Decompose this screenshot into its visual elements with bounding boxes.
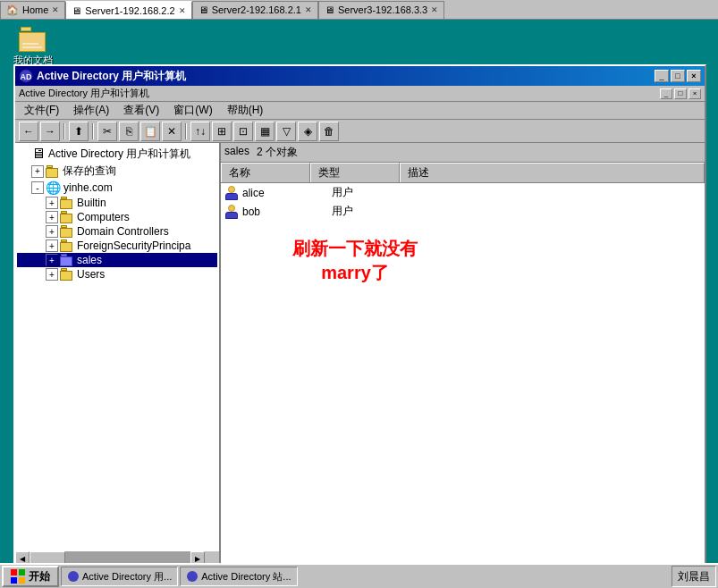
menu-help[interactable]: 帮助(H)	[220, 101, 271, 120]
menu-bar: 文件(F) 操作(A) 查看(V) 窗口(W) 帮助(H)	[15, 102, 705, 120]
list-columns: 名称 类型 描述	[221, 163, 705, 183]
col-name-header[interactable]: 名称	[221, 163, 310, 182]
domain-icon: 🌐	[46, 181, 61, 195]
tab-home[interactable]: 🏠 Home ✕	[0, 1, 65, 19]
col-desc-header[interactable]: 描述	[400, 163, 705, 182]
folder-dc-icon	[60, 225, 74, 238]
expand-users[interactable]: +	[46, 268, 58, 281]
back-button[interactable]: ←	[19, 122, 38, 141]
tab-server2-close[interactable]: ✕	[305, 5, 312, 14]
col-type-header[interactable]: 类型	[310, 163, 400, 182]
expand-domain[interactable]: -	[31, 181, 44, 194]
list-header-bar: sales 2 个对象	[221, 143, 705, 163]
toolbar-sep2	[92, 123, 94, 139]
tab-server2[interactable]: 🖥 Server2-192.168.2.1 ✕	[192, 1, 318, 19]
btn9[interactable]: 🗑	[319, 122, 339, 141]
bottom-taskbar: 开始 Active Directory 用... Active Director…	[0, 563, 718, 588]
list-row-bob[interactable]: bob 用户	[221, 202, 705, 221]
ad-users-icon	[67, 570, 80, 583]
tab-server3-close[interactable]: ✕	[431, 5, 438, 14]
folder-fsp-icon	[60, 239, 74, 252]
tree-item-users[interactable]: + Users	[17, 267, 217, 281]
folder-users-icon	[60, 268, 74, 281]
svg-point-7	[187, 571, 198, 582]
tab-server3[interactable]: 🖥 Server3-192.168.3.3 ✕	[318, 1, 444, 19]
svg-text:AD: AD	[21, 72, 32, 81]
tree-item-fsp-label: ForeignSecurityPrincipa	[77, 239, 190, 252]
taskbar-ad-sites-label: Active Directory 站...	[201, 570, 291, 584]
btn7[interactable]: ▦	[255, 122, 275, 141]
toolbar: ← → ⬆ ✂ ⎘ 📋 ✕ ↑↓ ⊞ ⊡ ▦ ▽ ◈ 🗑	[15, 120, 705, 143]
forward-button[interactable]: →	[40, 122, 60, 141]
folder-builtin-icon	[60, 197, 74, 209]
alice-type: 用户	[332, 185, 421, 200]
tree-item-domain[interactable]: - 🌐 yinhe.com	[17, 180, 217, 196]
tree-item-computers[interactable]: + Computers	[17, 210, 217, 224]
tree-item-dc[interactable]: + Domain Controllers	[17, 224, 217, 239]
expand-computers[interactable]: +	[46, 211, 58, 223]
copy-button[interactable]: ⎘	[119, 122, 139, 141]
tab-server1[interactable]: 🖥 Server1-192.168.2.2 ✕	[65, 1, 191, 19]
restore-button[interactable]: □	[671, 70, 685, 82]
tree-item-fsp[interactable]: + ForeignSecurityPrincipa	[17, 239, 217, 253]
expand-dc[interactable]: +	[46, 225, 58, 238]
title-left: AD Active Directory 用户和计算机	[19, 69, 186, 84]
close-button[interactable]: ×	[687, 70, 701, 82]
tab-home-close[interactable]: ✕	[52, 5, 59, 14]
list-panel: sales 2 个对象 名称 类型 描述	[221, 143, 705, 566]
tree-item-dc-label: Domain Controllers	[77, 225, 169, 238]
move-button[interactable]: ↑↓	[190, 122, 210, 141]
tree-item-builtin[interactable]: + Builtin	[17, 196, 217, 210]
inner-restore[interactable]: □	[674, 88, 687, 99]
server2-icon: 🖥	[199, 4, 208, 15]
tab-server1-close[interactable]: ✕	[179, 6, 186, 15]
bob-type: 用户	[332, 204, 421, 219]
inner-close[interactable]: ×	[688, 88, 701, 99]
tree-item-root[interactable]: 🖥 Active Directory 用户和计算机	[17, 145, 217, 163]
my-docs-icon[interactable]: 我的文档	[11, 27, 55, 67]
tab-server1-label: Server1-192.168.2.2	[85, 5, 174, 16]
list-count: 2 个对象	[257, 145, 298, 160]
minimize-button[interactable]: _	[655, 70, 669, 82]
btn5[interactable]: ⊞	[212, 122, 232, 141]
menu-window[interactable]: 窗口(W)	[166, 101, 219, 120]
taskbar-clock-user: 刘晨昌	[672, 566, 716, 587]
taskbar-btn-ad-users[interactable]: Active Directory 用...	[61, 567, 178, 586]
menu-view[interactable]: 查看(V)	[116, 101, 166, 120]
tab-home-label: Home	[22, 4, 48, 15]
expand-saved[interactable]: +	[31, 165, 44, 178]
inner-minimize[interactable]: _	[660, 88, 672, 99]
delete-button[interactable]: ✕	[162, 122, 182, 141]
svg-point-6	[68, 571, 79, 582]
annotation-line1: 刷新一下就没有	[292, 237, 418, 261]
annotation-overlay: 刷新一下就没有 marry了	[292, 237, 418, 285]
bob-name: bob	[242, 206, 332, 218]
tree-item-domain-label: yinhe.com	[63, 181, 113, 194]
menu-file[interactable]: 文件(F)	[17, 101, 66, 120]
menu-action[interactable]: 操作(A)	[66, 101, 116, 120]
tree-item-computers-label: Computers	[77, 211, 130, 223]
tree-item-sales[interactable]: + sales	[17, 253, 217, 267]
paste-button[interactable]: 📋	[140, 122, 160, 141]
tree-item-saved[interactable]: + 保存的查询	[17, 163, 217, 180]
list-row-alice[interactable]: alice 用户	[221, 183, 705, 202]
tree-item-saved-label: 保存的查询	[63, 164, 116, 179]
main-window: AD Active Directory 用户和计算机 _ □ × Active …	[13, 64, 706, 569]
taskbar-ad-users-label: Active Directory 用...	[82, 570, 172, 584]
filter-button[interactable]: ▽	[276, 122, 296, 141]
expand-fsp[interactable]: +	[46, 239, 58, 252]
cut-button[interactable]: ✂	[97, 122, 117, 141]
list-folder-name: sales	[224, 145, 249, 160]
tab-server2-label: Server2-192.168.2.1	[212, 4, 301, 15]
window-title: Active Directory 用户和计算机	[37, 69, 186, 84]
ad-title-icon: AD	[19, 69, 33, 83]
expand-sales[interactable]: +	[46, 254, 58, 266]
btn8[interactable]: ◈	[298, 122, 317, 141]
taskbar-btn-ad-sites[interactable]: Active Directory 站...	[180, 567, 297, 586]
up-button[interactable]: ⬆	[69, 122, 89, 141]
expand-builtin[interactable]: +	[46, 197, 58, 209]
btn6[interactable]: ⊡	[233, 122, 253, 141]
start-button[interactable]: 开始	[2, 566, 59, 587]
desktop: 我的文档 AD Active Directory 用户和计算机 _ □ × Ac…	[0, 20, 718, 565]
window-controls: _ □ ×	[655, 70, 701, 82]
